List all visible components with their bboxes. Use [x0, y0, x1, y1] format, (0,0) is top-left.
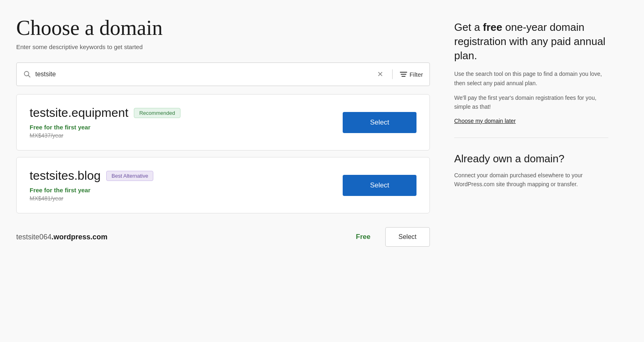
search-icon: [23, 70, 31, 78]
wordpress-free-label: Free: [356, 233, 371, 241]
filter-button[interactable]: Filter: [400, 69, 423, 80]
domain-card-1: testsite.equipment Recommended Free for …: [16, 94, 430, 151]
own-domain-title: Already own a domain?: [454, 153, 608, 165]
svg-line-1: [28, 75, 30, 77]
promo-desc-1: Use the search tool on this page to find…: [454, 69, 608, 88]
sidebar: Get a free one-year domain registration …: [454, 16, 608, 254]
promo-desc-2: We'll pay the first year's domain regist…: [454, 93, 608, 112]
filter-icon: [400, 72, 407, 77]
promo-title-start: Get a: [454, 21, 483, 33]
domain-free-text-1: Free for the first year: [30, 124, 335, 131]
clear-icon[interactable]: ✕: [376, 68, 385, 80]
filter-label: Filter: [410, 71, 423, 78]
promo-title-bold: free: [483, 21, 502, 33]
wordpress-domain-text: testsite064.wordpress.com: [16, 233, 348, 241]
own-domain-section: Already own a domain? Connect your domai…: [454, 151, 608, 189]
own-domain-desc: Connect your domain purchased elsewhere …: [454, 171, 608, 189]
domain-info-1: testsite.equipment Recommended Free for …: [30, 106, 335, 139]
select-button-2[interactable]: Select: [343, 175, 416, 196]
domain-name-1: testsite.equipment: [30, 106, 128, 120]
search-bar: ✕ Filter: [16, 62, 430, 86]
domain-name-row-1: testsite.equipment Recommended: [30, 106, 335, 120]
select-button-1[interactable]: Select: [343, 112, 416, 133]
domain-price-2: MX$481/year: [30, 195, 335, 202]
domain-free-text-2: Free for the first year: [30, 187, 335, 194]
wordpress-select-button[interactable]: Select: [385, 227, 430, 247]
wordpress-domain-row: testsite064.wordpress.com Free Select: [16, 220, 430, 254]
choose-later-link[interactable]: Choose my domain later: [454, 118, 516, 124]
domain-info-2: testsites.blog Best Alternative Free for…: [30, 169, 335, 202]
domain-card-2: testsites.blog Best Alternative Free for…: [16, 157, 430, 213]
domain-name-2: testsites.blog: [30, 169, 101, 183]
promo-title: Get a free one-year domain registration …: [454, 20, 608, 63]
page-title: Choose a domain: [16, 16, 430, 39]
wordpress-prefix: testsite064: [16, 233, 52, 241]
badge-alternative: Best Alternative: [106, 171, 153, 181]
domain-name-row-2: testsites.blog Best Alternative: [30, 169, 335, 183]
main-content: Choose a domain Enter some descriptive k…: [16, 16, 430, 254]
sidebar-promo: Get a free one-year domain registration …: [454, 20, 608, 138]
badge-recommended: Recommended: [134, 108, 180, 118]
search-input[interactable]: [35, 71, 371, 78]
search-divider: [392, 69, 393, 79]
page-subtitle: Enter some descriptive keywords to get s…: [16, 43, 430, 50]
wordpress-suffix: .wordpress.com: [52, 233, 107, 241]
domain-price-1: MX$437/year: [30, 132, 335, 139]
